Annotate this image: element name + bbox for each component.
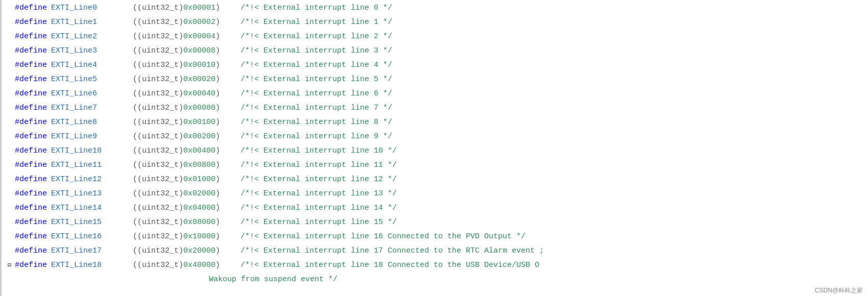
code-line-5: #defineEXTI_Line5 ((uint32_t)0x00020)/*!… — [2, 73, 868, 88]
cast-expression: ((uint32_t) — [133, 45, 183, 58]
code-line-18: ⊟#defineEXTI_Line18 ((uint32_t)0x40000)/… — [2, 259, 868, 274]
hex-value: 0x02000 — [183, 188, 215, 201]
close-paren: ) — [215, 2, 220, 15]
line-comment: /*!< External interrupt line 9 */ — [240, 131, 392, 143]
hex-value: 0x01000 — [183, 174, 215, 186]
cast-expression: ((uint32_t) — [133, 102, 183, 115]
code-line-12: #defineEXTI_Line12 ((uint32_t)0x01000)/*… — [2, 174, 868, 188]
keyword-define: #define — [15, 245, 47, 258]
code-line-11: #defineEXTI_Line11 ((uint32_t)0x00800)/*… — [2, 159, 868, 174]
close-paren: ) — [215, 116, 220, 129]
cast-expression: ((uint32_t) — [133, 2, 183, 15]
hex-value: 0x00080 — [183, 102, 215, 115]
cast-expression: ((uint32_t) — [133, 259, 183, 272]
keyword-define: #define — [15, 159, 47, 172]
keyword-define: #define — [15, 231, 47, 243]
hex-value: 0x00020 — [183, 73, 215, 86]
hex-value: 0x08000 — [183, 216, 215, 229]
macro-name: EXTI_Line12 — [51, 174, 117, 186]
macro-name: EXTI_Line5 — [51, 73, 117, 86]
hex-value: 0x00004 — [183, 31, 215, 43]
bottom-comment: Wakoup from suspend event */ — [209, 274, 337, 286]
keyword-define: #define — [15, 216, 47, 229]
keyword-define: #define — [15, 202, 47, 215]
line-comment: /*!< External interrupt line 6 */ — [240, 88, 392, 101]
cast-expression: ((uint32_t) — [133, 73, 183, 86]
macro-name: EXTI_Line18 — [51, 259, 117, 272]
close-paren: ) — [215, 231, 220, 243]
hex-value: 0x00200 — [183, 131, 215, 143]
cast-expression: ((uint32_t) — [133, 202, 183, 215]
code-line-13: #defineEXTI_Line13 ((uint32_t)0x02000)/*… — [2, 188, 868, 202]
hex-value: 0x10000 — [183, 231, 215, 243]
close-paren: ) — [215, 188, 220, 201]
macro-name: EXTI_Line1 — [51, 16, 117, 29]
close-paren: ) — [215, 159, 220, 172]
keyword-define: #define — [15, 59, 47, 72]
line-comment: /*!< External interrupt line 13 */ — [240, 188, 397, 201]
close-paren: ) — [215, 216, 220, 229]
hex-value: 0x04000 — [183, 202, 215, 215]
line-comment: /*!< External interrupt line 17 Connecte… — [240, 245, 544, 258]
keyword-define: #define — [15, 259, 47, 272]
hex-value: 0x00008 — [183, 45, 215, 58]
keyword-define: #define — [15, 2, 47, 15]
cast-expression: ((uint32_t) — [133, 16, 183, 29]
line-comment: /*!< External interrupt line 7 */ — [240, 102, 392, 115]
macro-name: EXTI_Line4 — [51, 59, 117, 72]
hex-value: 0x00100 — [183, 116, 215, 129]
cast-expression: ((uint32_t) — [133, 145, 183, 158]
cast-expression: ((uint32_t) — [133, 59, 183, 72]
cast-expression: ((uint32_t) — [133, 245, 183, 258]
macro-name: EXTI_Line13 — [51, 188, 117, 201]
cast-expression: ((uint32_t) — [133, 216, 183, 229]
keyword-define: #define — [15, 45, 47, 58]
code-line-2: #defineEXTI_Line2 ((uint32_t)0x00004)/*!… — [2, 31, 868, 45]
line-comment: /*!< External interrupt line 3 */ — [240, 45, 392, 58]
code-line-0: #defineEXTI_Line0 ((uint32_t)0x00001)/*!… — [2, 2, 868, 16]
macro-name: EXTI_Line15 — [51, 216, 117, 229]
close-paren: ) — [215, 174, 220, 186]
cast-expression: ((uint32_t) — [133, 231, 183, 243]
keyword-define: #define — [15, 88, 47, 101]
line-comment: /*!< External interrupt line 4 */ — [240, 59, 392, 72]
line-comment: /*!< External interrupt line 10 */ — [240, 145, 397, 158]
cast-expression: ((uint32_t) — [133, 188, 183, 201]
line-comment: /*!< External interrupt line 2 */ — [240, 31, 392, 43]
line-comment: /*!< External interrupt line 0 */ — [240, 2, 392, 15]
keyword-define: #define — [15, 102, 47, 115]
cast-expression: ((uint32_t) — [133, 131, 183, 143]
keyword-define: #define — [15, 16, 47, 29]
close-paren: ) — [215, 145, 220, 158]
hex-value: 0x00001 — [183, 2, 215, 15]
line-comment: /*!< External interrupt line 12 */ — [240, 174, 397, 186]
macro-name: EXTI_Line8 — [51, 116, 117, 129]
close-paren: ) — [215, 73, 220, 86]
collapse-icon[interactable]: ⊟ — [8, 261, 15, 271]
code-line-17: #defineEXTI_Line17 ((uint32_t)0x20000)/*… — [2, 245, 868, 259]
code-line-15: #defineEXTI_Line15 ((uint32_t)0x08000)/*… — [2, 216, 868, 231]
keyword-define: #define — [15, 31, 47, 43]
macro-name: EXTI_Line7 — [51, 102, 117, 115]
macro-name: EXTI_Line14 — [51, 202, 117, 215]
line-comment: /*!< External interrupt line 18 Connecte… — [240, 259, 539, 272]
hex-value: 0x00800 — [183, 159, 215, 172]
keyword-define: #define — [15, 131, 47, 143]
code-line-7: #defineEXTI_Line7 ((uint32_t)0x00080)/*!… — [2, 102, 868, 116]
watermark: CSDN@科科之家 — [815, 286, 863, 295]
close-paren: ) — [215, 31, 220, 43]
close-paren: ) — [215, 45, 220, 58]
close-paren: ) — [215, 59, 220, 72]
close-paren: ) — [215, 202, 220, 215]
hex-value: 0x00002 — [183, 16, 215, 29]
macro-name: EXTI_Line3 — [51, 45, 117, 58]
close-paren: ) — [215, 259, 220, 272]
macro-name: EXTI_Line17 — [51, 245, 117, 258]
cast-expression: ((uint32_t) — [133, 88, 183, 101]
bottom-comment-line: Wakoup from suspend event */ — [2, 274, 868, 288]
hex-value: 0x00040 — [183, 88, 215, 101]
line-comment: /*!< External interrupt line 16 Connecte… — [240, 231, 525, 243]
cast-expression: ((uint32_t) — [133, 174, 183, 186]
code-line-6: #defineEXTI_Line6 ((uint32_t)0x00040)/*!… — [2, 88, 868, 102]
hex-value: 0x40000 — [183, 259, 215, 272]
